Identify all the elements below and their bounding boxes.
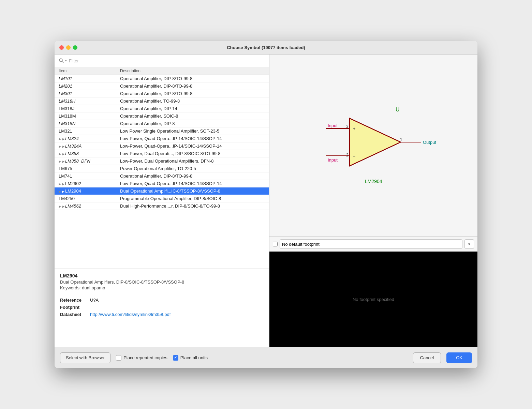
- row-description-cell: Low-Power, Quad-Opera...IP-14/SOIC-14/SS…: [120, 136, 265, 141]
- symbol-svg: U Input + 3 Input − 2: [269, 55, 477, 236]
- row-item-cell: LM4250: [59, 196, 120, 201]
- no-footprint-text: No footprint specified: [353, 297, 394, 302]
- datasheet-label: Datasheet: [60, 312, 87, 317]
- svg-text:Output: Output: [423, 140, 436, 145]
- row-description-cell: Low-Power, Quad-Opera...IP-14/SOIC-14/SS…: [120, 181, 265, 186]
- dropdown-arrow-icon[interactable]: ▾: [464, 239, 474, 249]
- table-row[interactable]: LM675Power Operational Amplifier, TO-220…: [55, 165, 269, 172]
- place-repeated-checkbox[interactable]: [116, 355, 121, 361]
- right-panel: U Input + 3 Input − 2: [269, 55, 477, 347]
- row-description-cell: Operational Amplifier, DIP-8/TO-99-8: [120, 84, 265, 89]
- table-row[interactable]: LM318JOperational Amplifier, DIP-14: [55, 105, 269, 112]
- footprint-label: Footprint: [60, 305, 87, 310]
- opamp-symbol-svg: U Input + 3 Input − 2: [309, 91, 438, 200]
- window-controls: [59, 45, 77, 50]
- place-all-units-wrap: Place all units: [173, 355, 208, 361]
- detail-divider: [60, 294, 264, 294]
- row-description-cell: Operational Amplifier, SOIC-8: [120, 113, 265, 119]
- svg-marker-3: [350, 118, 401, 166]
- titlebar: Choose Symbol (19077 items loaded): [55, 41, 477, 55]
- reference-field: Reference U?A: [60, 298, 264, 303]
- detail-keywords: Keywords: dual opamp: [60, 285, 264, 290]
- svg-line-1: [62, 61, 63, 63]
- svg-text:2: 2: [346, 153, 349, 157]
- table-row[interactable]: LM101Operational Amplifier, DIP-8/TO-99-…: [55, 75, 269, 82]
- footprint-section: No default footprint ▾: [269, 236, 477, 252]
- row-description-cell: Programmable Operational Amplifier, DIP-…: [120, 196, 265, 201]
- table-row[interactable]: LM318MOperational Amplifier, SOIC-8: [55, 112, 269, 120]
- row-description-cell: Dual High-Performance,...r, DIP-8/SOIC-8…: [120, 203, 265, 209]
- minimize-button[interactable]: [66, 45, 71, 50]
- table-header: Item Description: [55, 67, 269, 75]
- row-item-cell: LM321: [59, 128, 120, 134]
- row-description-cell: Low-Power, Dual Operational Amplifiers, …: [120, 158, 265, 164]
- row-item-cell: LM675: [59, 166, 120, 171]
- detail-panel: LM2904 Dual Operational Amplifiers, DIP-…: [55, 269, 269, 347]
- svg-text:3: 3: [346, 124, 349, 129]
- row-item-cell: ▶ LM2902: [59, 181, 120, 186]
- row-item-cell: LM301: [59, 91, 120, 96]
- search-input[interactable]: [69, 58, 265, 63]
- place-all-units-checkbox[interactable]: [173, 355, 178, 361]
- row-item-cell: ▶ LM4562: [59, 203, 120, 209]
- cancel-button[interactable]: Cancel: [413, 352, 441, 363]
- search-icon: ▾: [59, 58, 67, 63]
- svg-text:−: −: [353, 154, 356, 159]
- col-item: Item: [59, 69, 120, 73]
- datasheet-field: Datasheet http://www.ti.com/lit/ds/symli…: [60, 312, 264, 317]
- row-item-cell: ▶ LM324: [59, 136, 120, 141]
- table-row[interactable]: ▶ LM2904Dual Operational Amplifi...IC-8/…: [55, 187, 269, 195]
- table-row[interactable]: LM741Operational Amplifier, DIP-8/TO-99-…: [55, 172, 269, 180]
- search-bar: ▾: [55, 55, 269, 67]
- ok-button[interactable]: OK: [446, 352, 472, 363]
- table-row[interactable]: ▶ LM358_DFNLow-Power, Dual Operational A…: [55, 157, 269, 165]
- row-description-cell: Operational Amplifier, TO-99-8: [120, 99, 265, 104]
- svg-text:Input: Input: [328, 157, 338, 163]
- datasheet-link[interactable]: http://www.ti.com/lit/ds/symlink/lm358.p…: [90, 312, 171, 317]
- row-item-cell: LM201: [59, 84, 120, 89]
- table-row[interactable]: LM201Operational Amplifier, DIP-8/TO-99-…: [55, 82, 269, 90]
- row-description-cell: Low Power Single Operational Amplifier, …: [120, 128, 265, 134]
- maximize-button[interactable]: [73, 45, 77, 50]
- reference-value: U?A: [90, 298, 99, 303]
- detail-fields: Reference U?A Footprint Datasheet http:/…: [60, 298, 264, 317]
- bottom-bar: Select with Browser Place repeated copie…: [55, 347, 477, 368]
- footprint-checkbox[interactable]: [273, 242, 278, 246]
- row-description-cell: Operational Amplifier, DIP-8/TO-99-8: [120, 173, 265, 179]
- table-row[interactable]: ▶ LM358Low-Power, Dual Operati..., DIP-8…: [55, 150, 269, 157]
- close-button[interactable]: [59, 45, 64, 50]
- row-description-cell: Dual Operational Amplifi...IC-8/TSSOP-8/…: [120, 188, 265, 194]
- table-row[interactable]: LM318HOperational Amplifier, TO-99-8: [55, 97, 269, 105]
- row-description-cell: Operational Amplifier, DIP-8/TO-99-8: [120, 76, 265, 81]
- table-row[interactable]: LM301Operational Amplifier, DIP-8/TO-99-…: [55, 90, 269, 97]
- footprint-field: Footprint: [60, 305, 264, 310]
- table-row[interactable]: LM321Low Power Single Operational Amplif…: [55, 127, 269, 135]
- row-item-cell: ▶ LM324A: [59, 143, 120, 149]
- table-body: LM101Operational Amplifier, DIP-8/TO-99-…: [55, 75, 269, 269]
- row-item-cell: LM318H: [59, 99, 120, 104]
- footprint-dropdown[interactable]: No default footprint: [280, 239, 462, 249]
- left-panel: ▾ Item Description LM101Operational Ampl…: [55, 55, 269, 347]
- table-row[interactable]: ▶ LM324Low-Power, Quad-Opera...IP-14/SOI…: [55, 135, 269, 142]
- main-content: ▾ Item Description LM101Operational Ampl…: [55, 55, 477, 347]
- row-description-cell: Operational Amplifier, DIP-8/TO-99-8: [120, 91, 265, 96]
- svg-text:Input: Input: [328, 123, 338, 128]
- svg-text:LM2904: LM2904: [365, 179, 382, 184]
- row-description-cell: Power Operational Amplifier, TO-220-5: [120, 166, 265, 171]
- select-browser-button[interactable]: Select with Browser: [60, 352, 110, 363]
- place-repeated-wrap: Place repeated copies: [116, 355, 167, 361]
- place-all-units-label: Place all units: [180, 355, 208, 360]
- row-item-cell: LM318M: [59, 113, 120, 119]
- table-row[interactable]: LM318NOperational Amplifier, DIP-8: [55, 120, 269, 127]
- table-row[interactable]: ▶ LM4562Dual High-Performance,...r, DIP-…: [55, 202, 269, 210]
- table-row[interactable]: ▶ LM2902Low-Power, Quad-Opera...IP-14/SO…: [55, 180, 269, 187]
- footprint-preview: No footprint specified: [269, 252, 477, 347]
- row-description-cell: Low-Power, Dual Operati..., DIP-8/SOIC-8…: [120, 151, 265, 156]
- reference-label: Reference: [60, 298, 87, 303]
- row-item-cell: LM318J: [59, 106, 120, 111]
- table-row[interactable]: ▶ LM324ALow-Power, Quad-Opera...IP-14/SO…: [55, 142, 269, 150]
- place-repeated-label: Place repeated copies: [123, 355, 167, 360]
- row-description-cell: Low-Power, Quad-Opera...IP-14/SOIC-14/SS…: [120, 143, 265, 149]
- table-row[interactable]: LM4250Programmable Operational Amplifier…: [55, 195, 269, 202]
- row-item-cell: ▶ LM358_DFN: [59, 158, 120, 164]
